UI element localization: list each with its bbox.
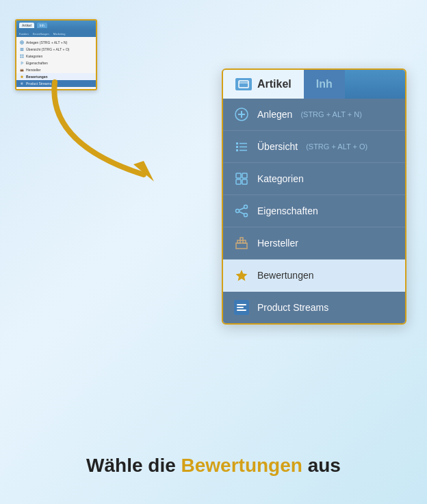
eigenschaften-label: Eigenschaften [257, 205, 318, 216]
svg-marker-17 [21, 75, 24, 79]
factory-building-icon [234, 236, 249, 251]
small-nav-einstellungen: Einstellungen [33, 32, 49, 36]
svg-point-10 [21, 62, 23, 64]
svg-rect-16 [23, 69, 23, 70]
artikel-tab-icon [235, 78, 252, 90]
ubersicht-label: Übersicht [257, 141, 298, 152]
menu-item-product-streams[interactable]: Product Streams [223, 292, 405, 323]
large-tab-artikel-label: Artikel [257, 78, 292, 90]
svg-line-42 [239, 212, 244, 214]
instruction-suffix: aus [302, 455, 341, 476]
small-tab-inh: Inh [37, 23, 47, 28]
svg-rect-30 [236, 146, 238, 148]
svg-rect-36 [236, 179, 241, 184]
svg-rect-32 [236, 149, 238, 151]
bottom-instruction: Wähle die Bewertungen aus [0, 455, 427, 477]
svg-rect-34 [236, 173, 241, 178]
svg-marker-47 [236, 270, 248, 281]
svg-point-38 [244, 205, 248, 209]
small-nav-bar: Artikel Inh [16, 21, 96, 30]
tree-grid-icon [234, 171, 249, 186]
svg-rect-35 [242, 173, 247, 178]
menu-item-eigenschaften[interactable]: Eigenschaften [223, 195, 405, 227]
menu-item-ubersicht[interactable]: Übersicht (STRG + ALT + O) [223, 131, 405, 163]
large-tab-inh-label: Inh [316, 78, 333, 90]
bewertungen-label: Bewertungen [257, 270, 314, 281]
small-item-kategorien: Kategorien [16, 53, 96, 60]
direction-arrow [34, 75, 185, 185]
instruction-highlight: Bewertungen [181, 455, 302, 476]
svg-rect-8 [21, 57, 22, 58]
menu-item-bewertungen[interactable]: Bewertungen [223, 260, 405, 292]
large-menu-header: Artikel Inh [223, 70, 405, 99]
anlegen-shortcut: (STRG + ALT + N) [300, 110, 361, 118]
svg-point-39 [236, 210, 240, 213]
svg-rect-6 [21, 55, 22, 56]
small-item-eigenschaften: Eigenschaften [16, 60, 96, 66]
svg-rect-9 [23, 57, 24, 58]
instruction-prefix: Wähle die [86, 455, 181, 476]
svg-rect-5 [21, 50, 24, 51]
product-streams-label: Product Streams [257, 302, 328, 313]
menu-item-anlegen[interactable]: Anlegen (STRG + ALT + N) [223, 99, 405, 131]
svg-rect-15 [21, 69, 21, 70]
large-tab-inh[interactable]: Inh [304, 70, 345, 99]
large-menu-items: Anlegen (STRG + ALT + N) Übersicht (STRG… [223, 99, 405, 323]
svg-rect-28 [236, 142, 238, 144]
star-filled-icon [234, 268, 249, 283]
small-nav-kunden: Kunden [19, 32, 29, 36]
small-tab-artikel: Artikel [19, 23, 34, 28]
product-streams-icon [234, 300, 249, 315]
large-menu-card: Artikel Inh Anlegen (STRG + ALT + N) Übe… [222, 68, 406, 325]
menu-item-kategorien[interactable]: Kategorien [223, 163, 405, 195]
list-lines-icon [234, 139, 249, 154]
small-item-anlegen: Anlegen (STRG + ALT + N) [16, 39, 96, 46]
share-nodes-icon [234, 203, 249, 218]
plus-circle-icon [234, 107, 249, 122]
anlegen-label: Anlegen [257, 109, 292, 120]
svg-rect-7 [23, 55, 24, 56]
menu-item-hersteller[interactable]: Hersteller [223, 227, 405, 260]
hersteller-label: Hersteller [257, 238, 298, 249]
arrow-container [34, 75, 185, 185]
svg-rect-43 [236, 243, 247, 249]
svg-rect-3 [21, 48, 24, 49]
small-item-hersteller: Hersteller [16, 66, 96, 73]
svg-point-40 [244, 214, 248, 217]
small-item-ubersicht: Übersicht (STRG + ALT + O) [16, 46, 96, 53]
svg-line-41 [239, 208, 244, 211]
svg-rect-37 [242, 179, 247, 184]
small-nav-marketing: Marketing [53, 32, 66, 36]
kategorien-label: Kategorien [257, 173, 304, 184]
ubersicht-shortcut: (STRG + ALT + O) [306, 142, 367, 151]
svg-rect-4 [21, 49, 24, 50]
svg-rect-14 [21, 70, 24, 71]
small-nav-items-bar: Kunden Einstellungen Marketing [16, 30, 96, 37]
large-tab-artikel[interactable]: Artikel [223, 70, 304, 99]
svg-line-13 [21, 64, 22, 64]
svg-rect-46 [240, 238, 243, 240]
svg-rect-23 [239, 81, 248, 88]
